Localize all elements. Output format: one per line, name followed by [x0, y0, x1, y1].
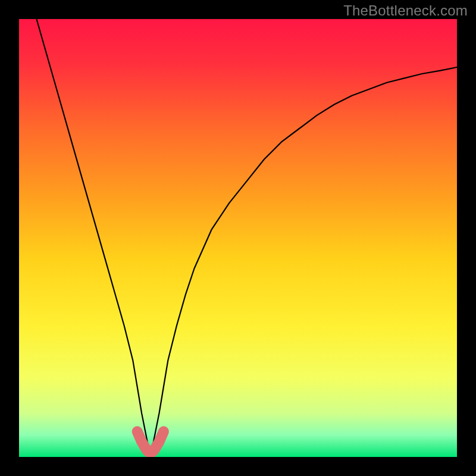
chart-frame: TheBottleneck.com: [0, 0, 476, 476]
chart-plot-area: [19, 19, 457, 457]
gradient-background: [19, 19, 457, 457]
chart-svg: [19, 19, 457, 457]
watermark-text: TheBottleneck.com: [343, 2, 468, 19]
